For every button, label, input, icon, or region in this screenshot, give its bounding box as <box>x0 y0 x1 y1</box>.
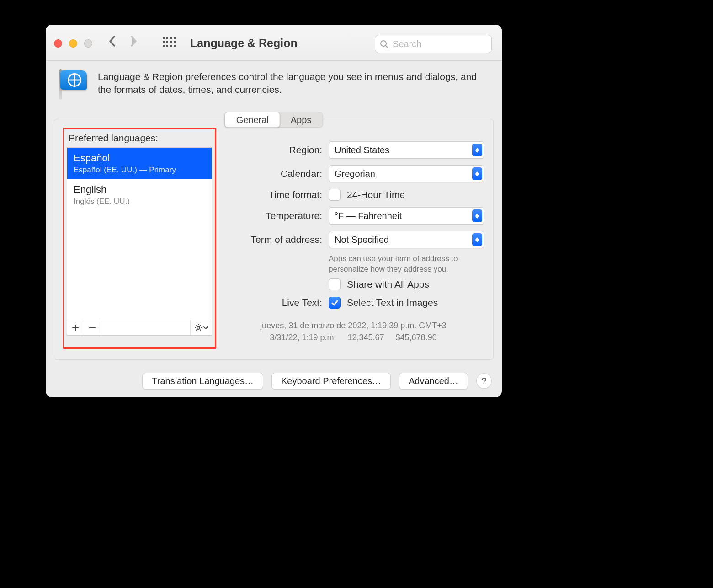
language-actions-menu[interactable] <box>191 320 212 335</box>
tab-apps[interactable]: Apps <box>280 112 323 127</box>
list-item[interactable]: English Inglés (EE. UU.) <box>67 179 212 211</box>
svg-line-8 <box>200 330 201 331</box>
language-name: English <box>74 184 205 196</box>
search-input[interactable] <box>392 38 487 50</box>
sample-number: 12,345.67 <box>347 333 384 342</box>
search-field[interactable] <box>375 35 492 53</box>
svg-line-10 <box>196 330 197 331</box>
preferences-window: Language & Region Language & Region pref… <box>46 25 502 397</box>
language-detail: Inglés (EE. UU.) <box>74 197 205 206</box>
preferred-languages-heading: Preferred languages: <box>67 132 212 147</box>
minimize-window-button[interactable] <box>69 39 77 48</box>
calendar-popup[interactable]: Gregorian <box>329 165 484 182</box>
svg-point-0 <box>381 41 386 46</box>
title-bar: Language & Region <box>46 25 502 61</box>
svg-line-9 <box>200 325 201 326</box>
chevron-down-icon <box>203 326 208 330</box>
temperature-value: °F — Fahrenheit <box>335 211 402 221</box>
advanced-button[interactable]: Advanced… <box>399 373 468 390</box>
time-format-label: Time format: <box>227 189 322 200</box>
svg-line-7 <box>196 325 197 326</box>
plus-icon <box>72 324 79 331</box>
minus-icon <box>89 324 96 331</box>
24-hour-option-label: 24-Hour Time <box>347 189 405 200</box>
share-all-apps-label: Share with All Apps <box>347 279 429 290</box>
remove-language-button[interactable] <box>84 320 101 335</box>
region-label: Region: <box>227 144 322 155</box>
region-value: United States <box>335 145 389 155</box>
calendar-label: Calendar: <box>227 168 322 179</box>
region-popup[interactable]: United States <box>329 141 484 159</box>
help-button[interactable]: ? <box>476 373 492 389</box>
svg-point-2 <box>197 326 200 329</box>
format-samples: jueves, 31 de marzo de 2022, 1:19:39 p.m… <box>227 320 479 343</box>
popup-stepper-icon <box>472 144 482 156</box>
window-controls <box>54 39 92 48</box>
24-hour-checkbox[interactable] <box>329 189 341 201</box>
list-item[interactable]: Español Español (EE. UU.) — Primary <box>67 148 212 179</box>
zoom-window-button[interactable] <box>84 39 92 48</box>
add-language-button[interactable] <box>67 320 84 335</box>
popup-stepper-icon <box>472 167 482 180</box>
term-label: Term of address: <box>227 234 322 245</box>
sample-short-date: 3/31/22, 1:19 p.m. <box>270 333 336 342</box>
gear-icon <box>194 324 202 332</box>
sample-currency: $45,678.90 <box>396 333 437 342</box>
forward-button[interactable] <box>130 36 137 47</box>
content-pane: General Apps Preferred languages: Españo… <box>54 119 494 360</box>
share-all-apps-checkbox[interactable] <box>329 278 341 290</box>
term-value: Not Specified <box>335 235 389 245</box>
preferred-languages-list[interactable]: Español Español (EE. UU.) — Primary Engl… <box>67 147 212 320</box>
back-button[interactable] <box>109 36 116 47</box>
close-window-button[interactable] <box>54 39 62 48</box>
search-icon <box>380 40 388 48</box>
temperature-label: Temperature: <box>227 210 322 221</box>
language-name: Español <box>74 152 205 164</box>
show-all-prefs-button[interactable] <box>163 37 176 47</box>
calendar-value: Gregorian <box>335 169 375 179</box>
languages-toolbar <box>67 320 212 336</box>
window-title: Language & Region <box>190 37 298 50</box>
popup-stepper-icon <box>472 233 482 246</box>
temperature-popup[interactable]: °F — Fahrenheit <box>329 207 484 225</box>
sample-long-date: jueves, 31 de marzo de 2022, 1:19:39 p.m… <box>227 320 479 331</box>
translation-languages-button[interactable]: Translation Languages… <box>142 373 263 390</box>
checkmark-icon <box>331 299 338 306</box>
live-text-checkbox[interactable] <box>329 297 341 309</box>
live-text-label: Live Text: <box>227 297 322 308</box>
language-detail: Español (EE. UU.) — Primary <box>74 166 205 175</box>
preferred-languages-panel: Preferred languages: Español Español (EE… <box>63 128 216 349</box>
svg-line-1 <box>386 46 388 48</box>
pane-description: Language & Region preferences control th… <box>98 69 486 96</box>
tab-general[interactable]: General <box>225 112 280 128</box>
live-text-option-label: Select Text in Images <box>347 297 438 308</box>
popup-stepper-icon <box>472 209 482 222</box>
lang-region-icon <box>57 69 90 102</box>
footer-buttons: Translation Languages… Keyboard Preferen… <box>46 364 502 397</box>
tab-selector: General Apps <box>225 112 323 128</box>
term-popup[interactable]: Not Specified <box>329 231 484 248</box>
keyboard-preferences-button[interactable]: Keyboard Preferences… <box>271 373 391 390</box>
term-hint: Apps can use your term of address to per… <box>329 254 475 275</box>
settings-form: Region: United States Calendar: Gregoria… <box>227 141 484 343</box>
